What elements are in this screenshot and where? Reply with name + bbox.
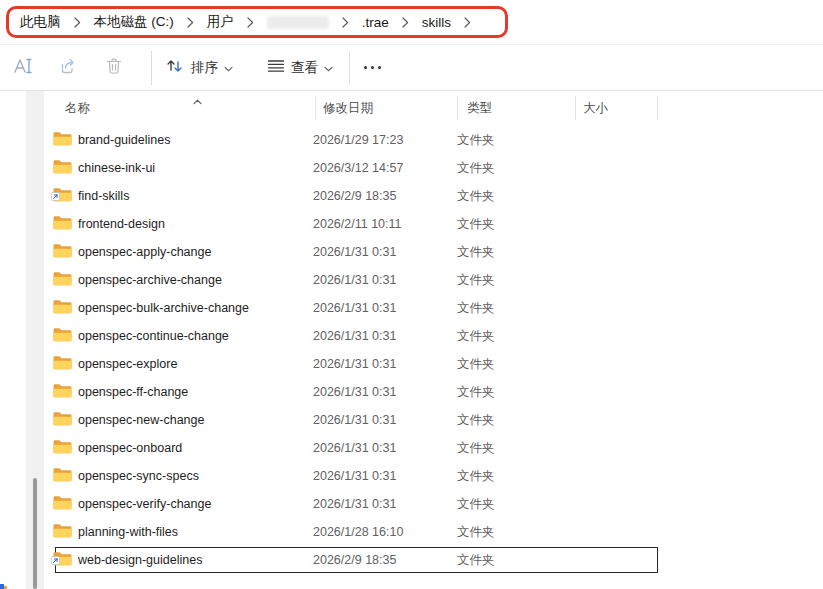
chevron-right-icon[interactable] [247, 17, 254, 28]
folder-icon [53, 131, 72, 147]
view-icon [267, 58, 285, 77]
folder-icon [53, 523, 72, 539]
file-date-modified: 2026/1/31 0:31 [313, 273, 396, 287]
breadcrumb-item[interactable]: 此电脑 [15, 13, 66, 31]
file-type: 文件夹 [457, 440, 495, 457]
folder-icon [53, 187, 72, 203]
file-type: 文件夹 [457, 328, 495, 345]
folder-icon [53, 467, 72, 483]
file-date-modified: 2026/3/12 14:57 [313, 161, 403, 175]
rename-button[interactable] [12, 56, 34, 79]
file-date-modified: 2026/2/11 10:11 [313, 217, 402, 231]
file-type: 文件夹 [457, 356, 495, 373]
file-row[interactable]: openspec-new-change 2026/1/31 0:31 文件夹 [45, 406, 823, 434]
folder-icon [53, 159, 72, 175]
file-date-modified: 2026/1/31 0:31 [313, 413, 396, 427]
breadcrumb-item[interactable] [267, 16, 329, 29]
share-button[interactable] [58, 56, 80, 79]
file-row[interactable]: find-skills 2026/2/9 18:35 文件夹 [45, 182, 823, 210]
column-header-name[interactable]: 名称 [65, 100, 90, 117]
file-type: 文件夹 [457, 496, 495, 513]
column-header-size[interactable]: 大小 [583, 100, 608, 117]
more-options-button[interactable] [364, 66, 381, 69]
column-header-type[interactable]: 类型 [467, 100, 492, 117]
file-row[interactable]: openspec-onboard 2026/1/31 0:31 文件夹 [45, 434, 823, 462]
column-divider[interactable] [575, 96, 576, 120]
file-row[interactable]: web-design-guidelines 2026/2/9 18:35 文件夹 [45, 546, 823, 574]
folder-icon [53, 299, 72, 315]
file-row[interactable]: planning-with-files 2026/1/28 16:10 文件夹 [45, 518, 823, 546]
file-date-modified: 2026/1/29 17:23 [313, 133, 403, 147]
file-row[interactable]: brand-guidelines 2026/1/29 17:23 文件夹 [45, 126, 823, 154]
file-row[interactable]: openspec-archive-change 2026/1/31 0:31 文… [45, 266, 823, 294]
folder-icon [53, 383, 72, 399]
chevron-right-icon[interactable] [74, 17, 81, 28]
folder-icon [53, 327, 72, 343]
sort-button-label: 排序 [191, 59, 218, 77]
sort-icon [165, 57, 185, 78]
file-name: chinese-ink-ui [78, 161, 155, 175]
explorer-toolbar: 排序 查看 [0, 45, 823, 91]
file-date-modified: 2026/2/9 18:35 [313, 189, 396, 203]
file-type: 文件夹 [457, 216, 495, 233]
file-date-modified: 2026/1/31 0:31 [313, 385, 396, 399]
file-type: 文件夹 [457, 468, 495, 485]
file-row[interactable]: openspec-bulk-archive-change 2026/1/31 0… [45, 294, 823, 322]
sort-ascending-icon [193, 91, 202, 109]
file-name: planning-with-files [78, 525, 178, 539]
sort-button[interactable]: 排序 [165, 57, 233, 78]
delete-button[interactable] [104, 56, 124, 79]
folder-icon [53, 355, 72, 371]
file-type: 文件夹 [457, 160, 495, 177]
chevron-right-icon[interactable] [342, 17, 349, 28]
column-divider[interactable] [657, 96, 658, 120]
file-type: 文件夹 [457, 524, 495, 541]
file-name: openspec-apply-change [78, 245, 211, 259]
toolbar-divider [349, 51, 350, 85]
file-type: 文件夹 [457, 272, 495, 289]
file-date-modified: 2026/1/31 0:31 [313, 245, 396, 259]
file-row[interactable]: openspec-explore 2026/1/31 0:31 文件夹 [45, 350, 823, 378]
shortcut-arrow-icon [51, 187, 60, 205]
trash-icon [104, 56, 124, 79]
view-button[interactable]: 查看 [267, 58, 333, 77]
column-header-date[interactable]: 修改日期 [323, 100, 373, 117]
file-date-modified: 2026/1/31 0:31 [313, 357, 396, 371]
file-type: 文件夹 [457, 384, 495, 401]
chevron-down-icon [324, 60, 333, 75]
file-type: 文件夹 [457, 244, 495, 261]
file-name: openspec-sync-specs [78, 469, 199, 483]
share-icon [58, 56, 80, 79]
file-row[interactable]: openspec-verify-change 2026/1/31 0:31 文件… [45, 490, 823, 518]
file-name: openspec-onboard [78, 441, 182, 455]
chevron-right-icon[interactable] [464, 17, 471, 28]
breadcrumb-item[interactable]: 本地磁盘 (C:) [89, 13, 179, 31]
file-row[interactable]: openspec-sync-specs 2026/1/31 0:31 文件夹 [45, 462, 823, 490]
breadcrumb-item[interactable]: 用户 [202, 13, 239, 31]
file-row[interactable]: chinese-ink-ui 2026/3/12 14:57 文件夹 [45, 154, 823, 182]
file-date-modified: 2026/1/31 0:31 [313, 329, 396, 343]
chevron-right-icon[interactable] [402, 17, 409, 28]
column-divider[interactable] [457, 96, 458, 120]
file-date-modified: 2026/1/28 16:10 [313, 525, 403, 539]
file-row[interactable]: openspec-continue-change 2026/1/31 0:31 … [45, 322, 823, 350]
file-list: brand-guidelines 2026/1/29 17:23 文件夹 chi… [45, 126, 823, 574]
column-divider[interactable] [315, 96, 316, 120]
breadcrumb-item[interactable]: skills [417, 15, 456, 30]
rename-icon [12, 56, 34, 79]
file-name: openspec-ff-change [78, 385, 188, 399]
breadcrumb: 此电脑 本地磁盘 (C:) 用户 .trae [15, 13, 479, 31]
file-row[interactable]: openspec-ff-change 2026/1/31 0:31 文件夹 [45, 378, 823, 406]
breadcrumb-item[interactable]: .trae [357, 15, 394, 30]
file-name: openspec-explore [78, 357, 177, 371]
annotation-highlight-box: 此电脑 本地磁盘 (C:) 用户 .trae [6, 6, 508, 38]
file-row[interactable]: openspec-apply-change 2026/1/31 0:31 文件夹 [45, 238, 823, 266]
chevron-right-icon[interactable] [187, 17, 194, 28]
toolbar-divider [151, 51, 152, 85]
file-name: openspec-verify-change [78, 497, 211, 511]
file-row[interactable]: frontend-design 2026/2/11 10:11 文件夹 [45, 210, 823, 238]
nav-pane-scrollbar-thumb[interactable] [33, 478, 37, 589]
file-date-modified: 2026/2/9 18:35 [313, 553, 396, 567]
chevron-down-icon [224, 60, 233, 75]
file-name: openspec-archive-change [78, 273, 222, 287]
